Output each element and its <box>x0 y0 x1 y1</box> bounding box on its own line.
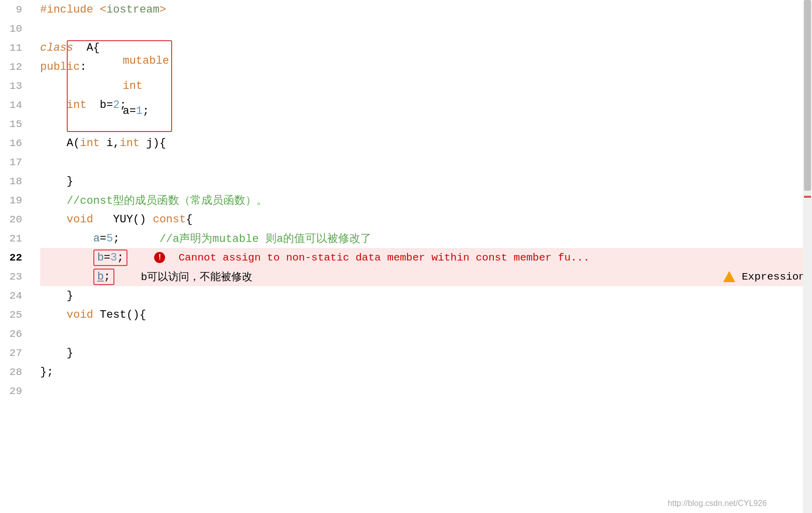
code-line-17 <box>40 153 812 172</box>
line-num-17: 17 <box>0 153 22 172</box>
code-line-27: } <box>40 343 812 362</box>
warning-highlight-box: b ; <box>93 269 114 285</box>
code-line-10 <box>40 19 812 38</box>
warning-message: Expression result unused <box>742 271 812 283</box>
line-num-9: 9 <box>0 0 22 19</box>
line-num-14: 14 <box>0 95 22 114</box>
preprocessor-include: #include <box>40 4 100 16</box>
editor-container: 9 10 11 12 13 14 15 16 17 18 19 20 21 22… <box>0 0 812 513</box>
code-line-23: b ; b可以访问，不能被修改 Expression result unused <box>40 267 812 286</box>
code-line-20: void YUY() const { <box>40 210 812 229</box>
line-num-23: 23 <box>0 267 22 286</box>
line-num-11: 11 <box>0 38 22 57</box>
watermark: http://blog.csdn.net/CYL926 <box>668 499 767 508</box>
code-line-21: a = 5 ; //a声明为mutable 则a的值可以被修改了 <box>40 229 812 248</box>
line-numbers: 9 10 11 12 13 14 15 16 17 18 19 20 21 22… <box>0 0 30 513</box>
line-num-16: 16 <box>0 134 22 153</box>
code-line-25: void Test(){ <box>40 305 812 324</box>
code-line-29 <box>40 381 812 401</box>
code-line-24: } <box>40 286 812 305</box>
line-num-28: 28 <box>0 362 22 381</box>
line-num-26: 26 <box>0 324 22 343</box>
line-num-21: 21 <box>0 229 22 248</box>
line-num-12: 12 <box>0 57 22 76</box>
line-num-29: 29 <box>0 381 22 401</box>
line-num-25: 25 <box>0 305 22 324</box>
warning-icon <box>723 271 735 282</box>
line-num-18: 18 <box>0 172 22 191</box>
code-line-15 <box>40 114 812 134</box>
line-num-19: 19 <box>0 191 22 210</box>
error-highlight-box: b = 3 ; <box>93 249 128 266</box>
code-line-28: }; <box>40 362 812 381</box>
scrollbar-thumb[interactable] <box>804 0 811 191</box>
code-line-18: } <box>40 172 812 191</box>
code-line-22: b = 3 ; ! Cannot assign to non-static da… <box>40 248 812 267</box>
error-icon: ! <box>154 252 165 263</box>
b-comment: b可以访问，不能被修改 <box>141 270 253 284</box>
comment-line21: //a声明为mutable 则a的值可以被修改了 <box>160 231 371 246</box>
line-num-20: 20 <box>0 210 22 229</box>
code-area[interactable]: #include <iostream> class A{ public: mut… <box>30 0 812 513</box>
code-line-16: A( int i, int j){ <box>40 134 812 153</box>
line-num-22: 22 <box>0 248 22 267</box>
error-message: Cannot assign to non-static data member … <box>179 252 590 264</box>
code-line-14: int b=2; <box>40 95 812 114</box>
scrollbar[interactable] <box>803 0 812 513</box>
line-num-27: 27 <box>0 343 22 362</box>
line-num-13: 13 <box>0 76 22 95</box>
scrollbar-error-mark <box>804 196 811 198</box>
code-line-13: mutable int a=1; <box>40 76 812 95</box>
line-num-10: 10 <box>0 19 22 38</box>
code-line-26 <box>40 324 812 343</box>
line-num-24: 24 <box>0 286 22 305</box>
code-line-9: #include <iostream> <box>40 0 812 19</box>
code-line-19: //const型的成员函数（常成员函数）。 <box>40 191 812 210</box>
line-num-15: 15 <box>0 114 22 134</box>
